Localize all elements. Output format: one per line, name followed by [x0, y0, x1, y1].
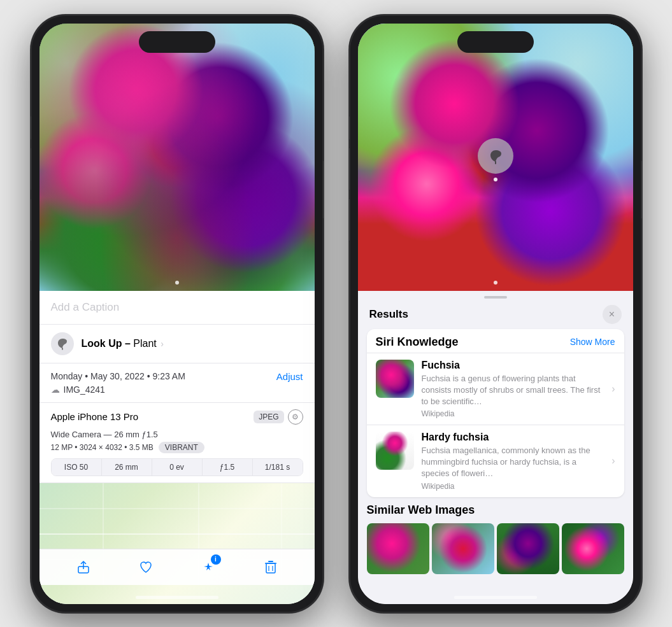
trash-button[interactable] [258, 554, 283, 580]
adjust-button[interactable]: Adjust [276, 371, 303, 382]
meta-section: Monday • May 30, 2022 • 9:23 AM Adjust ☁… [39, 363, 315, 403]
photo-overlay [39, 24, 315, 291]
hardy-desc: Fuchsia magellanica, commonly known as t… [422, 445, 604, 480]
hardy-chevron-icon: › [611, 455, 615, 467]
caption-area[interactable]: Add a Caption [39, 291, 315, 325]
hardy-text: Hardy fuchsia Fuchsia magellanica, commo… [422, 432, 604, 491]
similar-image-1[interactable] [367, 523, 429, 574]
jpeg-badge: JPEG [254, 411, 283, 423]
lookup-row[interactable]: Look Up – Plant › [39, 325, 315, 363]
fuchsia-thumbnail [376, 360, 414, 398]
siri-lookup-button[interactable] [478, 138, 513, 174]
cloud-icon: ☁ [51, 384, 60, 395]
right-phone: Results × Siri Knowledge Show More [349, 15, 642, 613]
settings-icon[interactable]: ⚙ [288, 409, 303, 425]
siri-dot [494, 178, 497, 181]
notch-right [457, 31, 534, 53]
similar-image-4[interactable] [562, 523, 624, 574]
fuchsia-desc: Fuchsia is a genus of flowering plants t… [422, 373, 604, 408]
share-button[interactable] [71, 554, 96, 580]
power-button[interactable] [323, 161, 324, 218]
trash-icon [264, 560, 277, 574]
hardy-thumbnail [376, 432, 414, 470]
right-phone-screen: Results × Siri Knowledge Show More [358, 24, 633, 604]
fuchsia-chevron-icon: › [611, 383, 615, 395]
similar-image-2[interactable] [432, 523, 494, 574]
volume-down-button-right[interactable] [349, 199, 350, 241]
leaf-icon [56, 337, 69, 350]
right-page-dot [494, 281, 497, 285]
share-icon [76, 560, 90, 574]
svg-rect-9 [266, 563, 275, 573]
lookup-icon-circle [51, 332, 74, 355]
fuchsia-source: Wikipedia [422, 409, 604, 418]
caption-placeholder: Add a Caption [51, 301, 120, 313]
chevron-icon: › [161, 339, 164, 349]
siri-knowledge-section: Siri Knowledge Show More Fuchsia Fuchsia… [367, 329, 624, 497]
device-section: Apple iPhone 13 Pro JPEG ⚙ Wide Camera —… [39, 403, 315, 483]
meta-date: Monday • May 30, 2022 • 9:23 AM [51, 371, 185, 381]
map-section[interactable] [39, 483, 315, 604]
toolbar: i [39, 549, 315, 585]
section-header: Siri Knowledge Show More [367, 329, 624, 353]
similar-images-grid [367, 523, 624, 574]
right-photo-area[interactable] [358, 24, 633, 291]
right-screen-content: Results × Siri Knowledge Show More [358, 24, 633, 604]
siri-knowledge-title: Siri Knowledge [376, 335, 459, 349]
knowledge-item-hardy[interactable]: Hardy fuchsia Fuchsia magellanica, commo… [367, 425, 624, 497]
home-indicator [136, 596, 218, 599]
knowledge-item-fuchsia[interactable]: Fuchsia Fuchsia is a genus of flowering … [367, 353, 624, 425]
results-panel: Results × Siri Knowledge Show More [358, 291, 633, 604]
similar-title: Similar Web Images [367, 504, 624, 517]
similar-image-3[interactable] [497, 523, 559, 574]
hardy-name: Hardy fuchsia [422, 432, 604, 443]
similar-section: Similar Web Images [358, 504, 633, 574]
resolution-spec: 12 MP • 3024 × 4032 • 3.5 MB [51, 443, 154, 452]
photo-area[interactable] [39, 24, 315, 291]
fuchsia-name: Fuchsia [422, 360, 604, 371]
device-name: Apple iPhone 13 Pro [51, 411, 139, 422]
results-header: Results × [358, 299, 633, 329]
exif-focal: 26 mm [102, 459, 152, 476]
exif-shutter: 1/181 s [253, 459, 303, 476]
exif-ev: 0 ev [152, 459, 203, 476]
meta-filename: IMG_4241 [64, 384, 105, 395]
close-button[interactable]: × [603, 305, 622, 324]
volume-up-button-right[interactable] [349, 148, 350, 190]
heart-icon [139, 560, 153, 574]
show-more-button[interactable]: Show More [570, 337, 615, 347]
exif-iso: ISO 50 [52, 459, 102, 476]
camera-spec: Wide Camera — 26 mm ƒ1.5 [51, 430, 303, 439]
siri-leaf-icon [487, 147, 504, 165]
heart-button[interactable] [133, 554, 159, 580]
vibrant-badge: VIBRANT [159, 442, 204, 453]
exif-row: ISO 50 26 mm 0 ev ƒ1.5 1/181 s [51, 458, 303, 476]
left-screen-content: Add a Caption Look Up – Plant › [39, 24, 315, 604]
hardy-source: Wikipedia [422, 482, 604, 491]
lookup-label: Look Up – Plant › [82, 338, 164, 349]
volume-up-button[interactable] [31, 148, 31, 190]
fuchsia-text: Fuchsia Fuchsia is a genus of flowering … [422, 360, 604, 419]
exif-aperture: ƒ1.5 [203, 459, 253, 476]
results-title: Results [369, 308, 408, 321]
left-phone-screen: Add a Caption Look Up – Plant › [39, 24, 315, 604]
info-button[interactable]: i [196, 554, 221, 580]
page-indicator [175, 281, 179, 285]
info-badge: i [211, 554, 221, 565]
left-phone: Add a Caption Look Up – Plant › [31, 15, 324, 613]
notch [139, 31, 215, 53]
power-button-right[interactable] [641, 161, 642, 218]
home-indicator-right [454, 596, 537, 599]
volume-down-button[interactable] [31, 199, 31, 241]
